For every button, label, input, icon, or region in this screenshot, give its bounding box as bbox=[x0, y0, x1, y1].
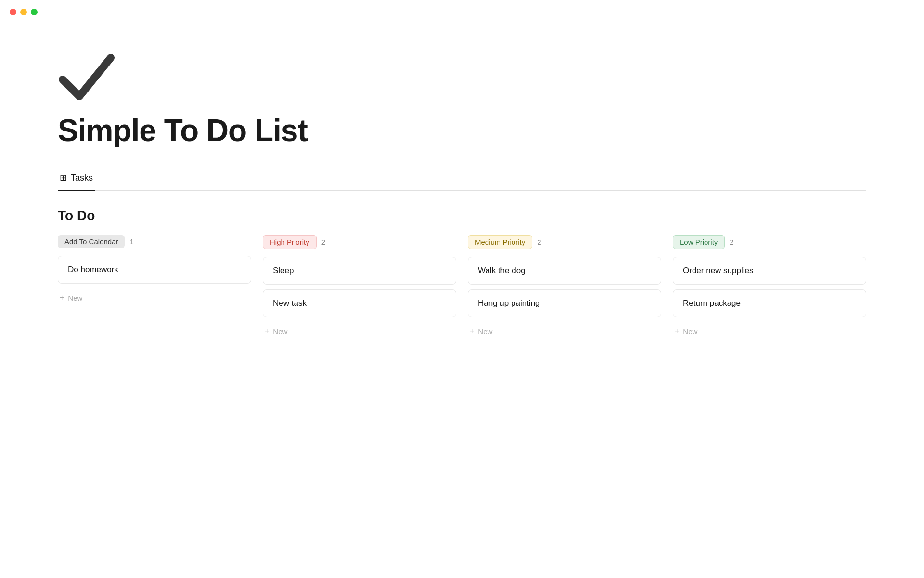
task-text: Do homework bbox=[68, 265, 118, 274]
add-new-button-medium-priority[interactable]: + New bbox=[468, 322, 494, 341]
plus-icon: + bbox=[470, 327, 474, 336]
column-low-priority: Low Priority 2 Order new supplies Return… bbox=[673, 235, 866, 341]
minimize-button[interactable] bbox=[20, 9, 27, 15]
page-title: Simple To Do List bbox=[58, 113, 866, 148]
column-header-low-priority: Low Priority 2 bbox=[673, 235, 866, 249]
task-card[interactable]: New task bbox=[263, 289, 456, 317]
task-card[interactable]: Do homework bbox=[58, 256, 251, 284]
add-new-label: New bbox=[273, 328, 287, 336]
column-header-add-to-calendar: Add To Calendar 1 bbox=[58, 235, 251, 248]
maximize-button[interactable] bbox=[31, 9, 38, 15]
count-high-priority: 2 bbox=[321, 238, 325, 246]
add-new-label: New bbox=[683, 328, 697, 336]
task-card[interactable]: Hang up painting bbox=[468, 289, 661, 317]
task-text: Return package bbox=[683, 299, 741, 308]
badge-high-priority: High Priority bbox=[263, 235, 317, 249]
table-icon: ⊞ bbox=[60, 172, 67, 183]
badge-add-to-calendar: Add To Calendar bbox=[58, 235, 125, 248]
count-low-priority: 2 bbox=[730, 238, 733, 246]
task-card[interactable]: Return package bbox=[673, 289, 866, 317]
add-new-label: New bbox=[478, 328, 492, 336]
tab-tasks[interactable]: ⊞ Tasks bbox=[58, 168, 95, 191]
column-add-to-calendar: Add To Calendar 1 Do homework + New bbox=[58, 235, 251, 307]
count-add-to-calendar: 1 bbox=[129, 237, 133, 246]
column-high-priority: High Priority 2 Sleep New task + New bbox=[263, 235, 456, 341]
task-text: Sleep bbox=[273, 266, 294, 275]
close-button[interactable] bbox=[10, 9, 16, 15]
plus-icon: + bbox=[60, 293, 64, 302]
section-title: To Do bbox=[58, 208, 866, 223]
main-content: Simple To Do List ⊞ Tasks To Do Add To C… bbox=[0, 0, 924, 369]
kanban-board: Add To Calendar 1 Do homework + New High… bbox=[58, 235, 866, 341]
add-new-button-add-to-calendar[interactable]: + New bbox=[58, 289, 84, 307]
column-header-medium-priority: Medium Priority 2 bbox=[468, 235, 661, 249]
tabs-bar: ⊞ Tasks bbox=[58, 168, 866, 191]
column-medium-priority: Medium Priority 2 Walk the dog Hang up p… bbox=[468, 235, 661, 341]
add-new-button-low-priority[interactable]: + New bbox=[673, 322, 699, 341]
task-text: Hang up painting bbox=[478, 299, 540, 308]
task-text: Order new supplies bbox=[683, 266, 753, 275]
task-card[interactable]: Walk the dog bbox=[468, 257, 661, 285]
add-new-button-high-priority[interactable]: + New bbox=[263, 322, 289, 341]
count-medium-priority: 2 bbox=[537, 238, 541, 246]
task-card[interactable]: Order new supplies bbox=[673, 257, 866, 285]
tab-tasks-label: Tasks bbox=[71, 173, 93, 183]
column-header-high-priority: High Priority 2 bbox=[263, 235, 456, 249]
badge-medium-priority: Medium Priority bbox=[468, 235, 532, 249]
add-new-label: New bbox=[68, 294, 82, 302]
window-controls bbox=[0, 0, 47, 24]
task-text: Walk the dog bbox=[478, 266, 526, 275]
task-text: New task bbox=[273, 299, 307, 308]
task-card[interactable]: Sleep bbox=[263, 257, 456, 285]
plus-icon: + bbox=[675, 327, 679, 336]
badge-low-priority: Low Priority bbox=[673, 235, 725, 249]
checkmark-icon bbox=[58, 48, 116, 106]
plus-icon: + bbox=[265, 327, 269, 336]
